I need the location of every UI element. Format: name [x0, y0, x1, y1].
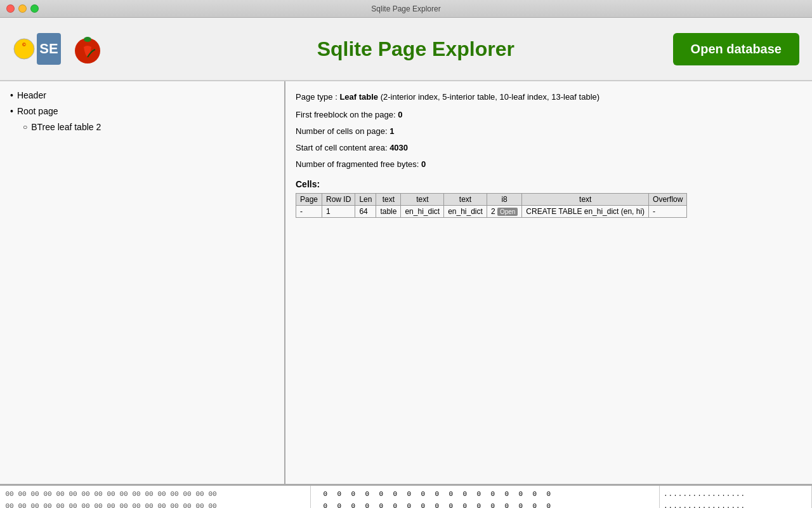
tree-sub-items: ○ BTree leaf table 2 — [23, 119, 274, 135]
cell-content-line: Start of cell content area: 4030 — [296, 140, 802, 156]
cells-count-line: Number of cells on page: 1 — [296, 123, 802, 140]
fragmented-prefix: Number of fragmented free bytes: — [296, 159, 421, 169]
col-text4: text — [522, 194, 649, 206]
window-title: Sqlite Page Explorer — [371, 4, 440, 13]
cells-table-scroll[interactable]: Page Row ID Len text text text i8 text O… — [296, 193, 802, 218]
cell-len: 64 — [355, 206, 376, 218]
hex-row-0: 0000000000000000000000000000000000 — [4, 488, 306, 500]
svg-text:©: © — [22, 42, 26, 48]
col-text2: text — [401, 194, 444, 206]
cells-title: Cells: — [296, 179, 802, 189]
cell-overflow: - — [649, 206, 687, 218]
cell-page: - — [296, 206, 322, 218]
freeblock-line: First freeblock on the page: 0 — [296, 107, 802, 123]
cell-content-prefix: Start of cell content area: — [296, 143, 390, 152]
open-database-button[interactable]: Open database — [673, 33, 799, 65]
dec-row-0: 00000000000000000 — [315, 488, 655, 500]
page-type-prefix: Page type : — [296, 92, 339, 102]
cells-header-row: Page Row ID Len text text text i8 text O… — [296, 194, 687, 206]
title-bar: Sqlite Page Explorer — [0, 0, 812, 18]
ascii-column: ................. ................. ....… — [660, 486, 812, 508]
freeblock-value: 0 — [398, 110, 402, 119]
cell-content-value: 4030 — [390, 143, 408, 152]
cells-section: Cells: Page Row ID Len text text text i8… — [296, 179, 802, 218]
bullet-icon: • — [10, 88, 13, 104]
close-button[interactable] — [6, 4, 15, 13]
app-logo: © SE — [13, 27, 108, 71]
page-info: Page type : Leaf table (2-interior index… — [296, 89, 802, 173]
page-type-value: Leaf table — [339, 92, 378, 102]
cell-text1: table — [376, 206, 401, 218]
tree-item-rootpage: • Root page ○ BTree leaf table 2 — [10, 104, 274, 135]
col-i8: i8 — [487, 194, 521, 206]
page-type-line: Page type : Leaf table (2-interior index… — [296, 89, 802, 105]
cell-i8: 2 Open — [487, 206, 521, 218]
cells-prefix: Number of cells on page: — [296, 126, 390, 136]
col-overflow: Overflow — [649, 194, 687, 206]
app-title: Sqlite Page Explorer — [159, 37, 673, 61]
fragmented-value: 0 — [421, 159, 426, 169]
cells-table: Page Row ID Len text text text i8 text O… — [296, 193, 687, 218]
fragmented-line: Number of fragmented free bytes: 0 — [296, 156, 802, 173]
bullet-icon-2: • — [10, 104, 13, 119]
tree-header-label[interactable]: Header — [17, 88, 46, 104]
col-rowid: Row ID — [322, 194, 355, 206]
hex-section: 0000000000000000000000000000000000 00000… — [0, 485, 812, 508]
freeblock-prefix: First freeblock on the page: — [296, 110, 398, 119]
ascii-row-1: ................. — [664, 500, 808, 508]
hex-row-1: 0000000000000000000000000000000000 — [4, 500, 306, 508]
cell-create: CREATE TABLE en_hi_dict (en, hi) — [522, 206, 649, 218]
cells-data-row: - 1 64 table en_hi_dict en_hi_dict 2 Ope… — [296, 206, 687, 218]
left-panel: • Header • Root page ○ BTree leaf table … — [0, 81, 285, 484]
minimize-button[interactable] — [18, 4, 27, 13]
ascii-row-0: ................. — [664, 488, 808, 500]
right-panel: Page type : Leaf table (2-interior index… — [285, 81, 812, 484]
circle-bullet-icon: ○ — [23, 121, 27, 135]
cell-text3: en_hi_dict — [444, 206, 487, 218]
col-len: Len — [355, 194, 376, 206]
tree-rootpage-label[interactable]: Root page — [17, 104, 58, 119]
open-badge: Open — [497, 208, 518, 216]
tree-btree-label: BTree leaf table 2 — [31, 119, 101, 135]
logo-svg: © SE — [13, 27, 108, 71]
page-type-suffix: (2-interior index, 5-interior table, 10-… — [378, 92, 599, 102]
cell-rowid: 1 — [322, 206, 355, 218]
cells-count-value: 1 — [390, 126, 394, 136]
svg-point-5 — [84, 37, 91, 42]
maximize-button[interactable] — [30, 4, 39, 13]
tree-sub-item-btree[interactable]: ○ BTree leaf table 2 — [23, 119, 274, 135]
col-text1: text — [376, 194, 401, 206]
dec-column: 00000000000000000 00000000000000000 0000… — [311, 486, 660, 508]
svg-text:SE: SE — [39, 41, 58, 57]
app-header: © SE Sqlite Page Explorer Open database — [0, 18, 812, 81]
tree-item-header: • Header — [10, 88, 274, 104]
main-content: • Header • Root page ○ BTree leaf table … — [0, 81, 812, 485]
window-controls — [6, 4, 39, 13]
col-page: Page — [296, 194, 322, 206]
cell-text2: en_hi_dict — [401, 206, 444, 218]
col-text3: text — [444, 194, 487, 206]
dec-row-1: 00000000000000000 — [315, 500, 655, 508]
hex-column: 0000000000000000000000000000000000 00000… — [0, 486, 311, 508]
